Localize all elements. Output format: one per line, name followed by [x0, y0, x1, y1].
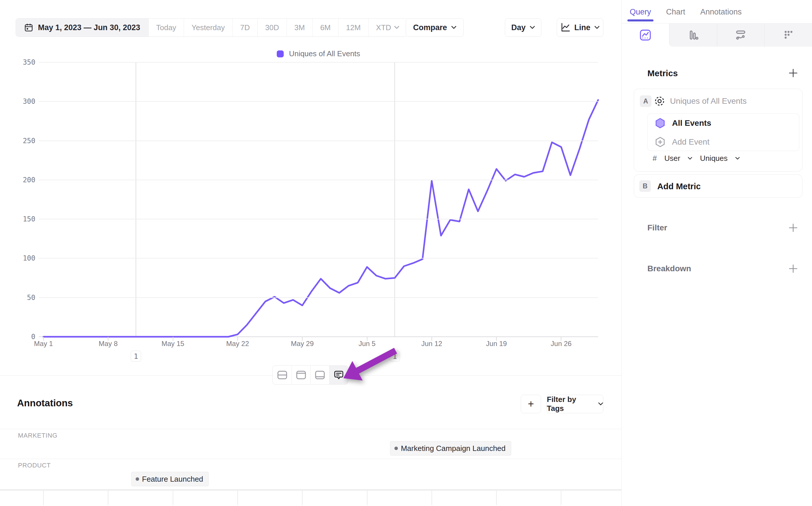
annotation-group-marketing: MARKETING [18, 432, 58, 439]
measure-user-dropdown[interactable]: User [664, 154, 680, 163]
chevron-down-icon [735, 157, 740, 160]
breakdown-section-label: Breakdown [647, 264, 691, 273]
panel-bottom-icon [314, 369, 326, 381]
chart-legend: Uniques of All Events [39, 49, 598, 58]
preset-7d[interactable]: 7D [233, 18, 257, 36]
panel-bottom-button[interactable] [310, 366, 329, 384]
y-tick-label: 200 [23, 176, 35, 184]
timeline-tick-mark [43, 491, 44, 505]
annotation-count-badge[interactable]: 1 [131, 351, 141, 362]
analytics-app: May 1, 2023 — Jun 30, 2023 TodayYesterda… [0, 0, 812, 506]
filter-section-label: Filter [647, 223, 667, 233]
legend-swatch [277, 51, 284, 57]
sidebar-tabs: QueryChartAnnotations [630, 4, 742, 23]
metric-name-placeholder[interactable]: Uniques of All Events [670, 96, 747, 106]
sidebar-tab-query[interactable]: Query [630, 4, 651, 23]
preset-3m[interactable]: 3M [287, 18, 312, 36]
chart-type-button[interactable]: Line [557, 18, 603, 37]
metric-a-badge: A [640, 95, 651, 107]
y-tick-label: 50 [27, 293, 35, 302]
chevron-down-icon [688, 157, 692, 160]
panel-top-button[interactable] [291, 366, 310, 384]
chevron-down-icon [394, 26, 399, 29]
plus-icon [788, 223, 798, 233]
legend-label: Uniques of All Events [289, 49, 360, 58]
gridline-y-300 [39, 101, 598, 102]
preset-yesterday[interactable]: Yesterday [184, 18, 233, 36]
chevron-down-icon [451, 26, 456, 29]
date-range-button[interactable]: May 1, 2023 — Jun 30, 2023 [16, 18, 148, 36]
x-tick-label: Jun 19 [486, 340, 507, 348]
bar-chart-tab-icon [687, 28, 700, 42]
gridline-y-50 [39, 297, 598, 298]
split-panel-button[interactable] [273, 366, 291, 384]
timeline-tick-mark [561, 491, 561, 505]
tab-segmentation[interactable] [764, 23, 812, 47]
preset-12m[interactable]: 12M [338, 18, 368, 36]
y-tick-label: 100 [23, 254, 35, 262]
x-tick-label: May 29 [291, 340, 314, 348]
retention-tab-icon [734, 28, 747, 42]
granularity-button[interactable]: Day [505, 18, 541, 37]
x-tick-label: May 15 [161, 340, 184, 348]
plus-icon [788, 264, 798, 273]
y-tick-label: 250 [23, 137, 35, 145]
group-divider [0, 429, 621, 429]
preset-6m[interactable]: 6M [312, 18, 338, 36]
measure-selector-row: # User Uniques [653, 154, 740, 163]
sidebar-tab-chart[interactable]: Chart [666, 4, 685, 23]
preset-xtd[interactable]: XTD [368, 18, 407, 36]
timeline-tick-mark [302, 491, 302, 505]
timeline-tick-mark [108, 491, 108, 505]
y-tick-label: 300 [23, 97, 35, 105]
annotations-timeline-axis [0, 489, 621, 491]
calendar-icon [24, 23, 33, 32]
split-panel-icon [277, 369, 288, 381]
metric-settings-icon[interactable] [653, 95, 666, 107]
preset-30d[interactable]: 30D [257, 18, 287, 36]
measure-uniques-dropdown[interactable]: Uniques [700, 154, 727, 163]
series-line [43, 100, 598, 337]
add-annotation-button[interactable]: + [521, 395, 541, 413]
x-axis-labels: May 1May 8May 15May 22May 29Jun 5Jun 12J… [39, 340, 598, 351]
add-filter-button[interactable] [787, 222, 799, 234]
group-divider [0, 459, 621, 459]
add-event-row[interactable]: Add Event [648, 133, 799, 151]
event-row-all-events[interactable]: All Events [648, 113, 799, 133]
line-chart-icon [560, 23, 570, 32]
gridline-y-250 [39, 141, 598, 141]
x-tick-label: May 22 [226, 340, 249, 348]
filter-by-tags-button[interactable]: Filter by Tags [547, 395, 603, 413]
annotation-chip-marketing[interactable]: Marketing Campaign Launched [390, 441, 511, 455]
annotation-dot [394, 446, 398, 450]
x-tick-label: May 8 [99, 340, 118, 348]
timeline-tick-mark [367, 491, 367, 505]
compare-button[interactable]: Compare [406, 18, 464, 37]
x-tick-label: May 1 [34, 340, 53, 348]
date-range-label: May 1, 2023 — Jun 30, 2023 [38, 23, 140, 32]
tab-line-chart[interactable] [622, 23, 669, 47]
line-chart-tab-icon [639, 28, 652, 42]
panel-top-icon [295, 369, 306, 381]
add-event-hexagon-icon [655, 137, 666, 148]
add-metric-plus-button[interactable] [787, 67, 799, 79]
timeline-tick-mark [496, 491, 497, 505]
date-range-group: May 1, 2023 — Jun 30, 2023 TodayYesterda… [16, 18, 407, 37]
event-hexagon-icon [655, 118, 666, 129]
series-svg [39, 62, 598, 337]
add-breakdown-button[interactable] [787, 263, 799, 274]
add-metric-card[interactable]: B Add Metric [634, 174, 802, 198]
timeline-tick-mark [237, 491, 238, 505]
y-tick-label: 150 [23, 215, 35, 223]
annotation-chip-product[interactable]: Feature Launched [131, 472, 209, 486]
tab-retention[interactable] [717, 23, 765, 47]
x-tick-label: Jun 26 [551, 340, 571, 348]
line-chart-plot[interactable] [39, 62, 598, 337]
preset-today[interactable]: Today [148, 18, 184, 36]
sidebar-tab-annotations[interactable]: Annotations [701, 4, 742, 23]
chart-type-tabs [622, 23, 812, 47]
annotations-title: Annotations [17, 398, 73, 409]
gridline-y-150 [39, 219, 598, 220]
x-tick-label: Jun 12 [421, 340, 442, 348]
tab-bar-chart[interactable] [669, 23, 717, 47]
